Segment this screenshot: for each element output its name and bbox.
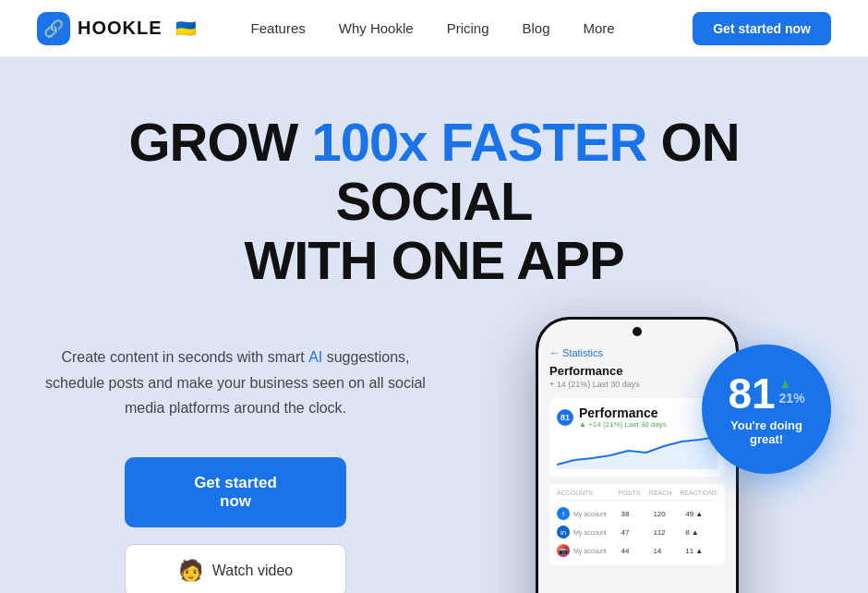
account-ig: 📷 My account — [557, 544, 621, 557]
perf-number: Performance — [579, 405, 667, 420]
watch-video-label: Watch video — [212, 563, 293, 579]
phone-subtitle: + 14 (21%) Last 30 days — [549, 380, 725, 389]
headline-line2: WITH ONE APP — [244, 230, 623, 290]
logo-text: HOOKLE — [78, 18, 163, 39]
fb-icon: f — [557, 507, 570, 520]
bubble-text: You're doinggreat! — [730, 418, 802, 446]
phone-content: ← Statistics Performance + 14 (21%) Last… — [538, 320, 736, 593]
col-accounts: ACCOUNTS — [557, 490, 619, 496]
table-row: in My account 47 112 8 ▲ — [557, 523, 717, 541]
perf-change: ▲ +14 (21%) Last 30 days — [579, 420, 667, 429]
hero-body: Create content in seconds with smart AI … — [37, 326, 831, 593]
account-li: in My account — [557, 526, 621, 539]
cta-primary-button[interactable]: Get started now — [125, 457, 346, 527]
hero-headline: GROW 100x FASTER ON SOCIAL WITH ONE APP — [65, 113, 803, 289]
nav-links: Features Why Hookle Pricing Blog More — [251, 20, 693, 36]
account-fb: f My account — [557, 507, 621, 520]
perf-icon: 81 — [557, 409, 573, 426]
nav-more[interactable]: More — [584, 20, 615, 36]
col-posts: POSTS — [619, 490, 649, 496]
nav-blog[interactable]: Blog — [522, 20, 549, 36]
phone-notch — [633, 327, 642, 336]
nav-why-hookle[interactable]: Why Hookle — [339, 20, 414, 36]
bubble-pct: 21% — [779, 391, 805, 405]
bubble-number: 81 — [728, 372, 775, 415]
mini-chart — [557, 432, 717, 469]
accounts-table: ACCOUNTS POSTS REACH REACTIONS f My acco… — [549, 484, 725, 565]
hero-right: ← Statistics Performance + 14 (21%) Last… — [517, 317, 831, 593]
phone-screen: ← Statistics Performance + 14 (21%) Last… — [538, 320, 736, 593]
hero-subtext: Create content in seconds with smart AI … — [37, 345, 434, 420]
phone-title: Performance — [549, 364, 725, 378]
nav-cta-button[interactable]: Get started now — [693, 12, 831, 45]
table-row: f My account 38 120 49 ▲ — [557, 504, 717, 523]
col-reactions: REACTIONS — [680, 490, 717, 496]
headline-grow: GROW — [128, 112, 311, 172]
nav-features[interactable]: Features — [251, 20, 306, 36]
headline-accent: 100x FASTER — [311, 112, 646, 172]
col-reach: REACH — [649, 490, 680, 496]
ai-link: AI — [308, 349, 322, 365]
stats-bubble: 81 ▲ 21% You're doinggreat! — [702, 345, 831, 474]
hero-section: GROW 100x FASTER ON SOCIAL WITH ONE APP … — [0, 57, 868, 593]
logo-icon: 🔗 — [37, 12, 70, 45]
bubble-triangle-icon: ▲ — [779, 376, 805, 391]
accounts-header: ACCOUNTS POSTS REACH REACTIONS — [557, 490, 717, 501]
flag-icon: 🇺🇦 — [175, 18, 196, 39]
logo[interactable]: 🔗 HOOKLE 🇺🇦 — [37, 12, 196, 45]
perf-chart: 81 Performance ▲ +14 (21%) Last 30 days — [549, 398, 725, 477]
table-row: 📷 My account 44 14 11 ▲ — [557, 541, 717, 560]
hero-left: Create content in seconds with smart AI … — [37, 326, 434, 593]
ig-icon: 📷 — [557, 544, 570, 557]
phone-frame: ← Statistics Performance + 14 (21%) Last… — [536, 317, 739, 593]
phone-back-label: ← Statistics — [549, 347, 725, 358]
cta-secondary-button[interactable]: 🧑 Watch video — [125, 544, 346, 593]
person-icon: 🧑 — [178, 559, 203, 583]
nav-pricing[interactable]: Pricing — [447, 20, 489, 36]
li-icon: in — [557, 526, 570, 539]
navbar: 🔗 HOOKLE 🇺🇦 Features Why Hookle Pricing … — [0, 0, 868, 57]
